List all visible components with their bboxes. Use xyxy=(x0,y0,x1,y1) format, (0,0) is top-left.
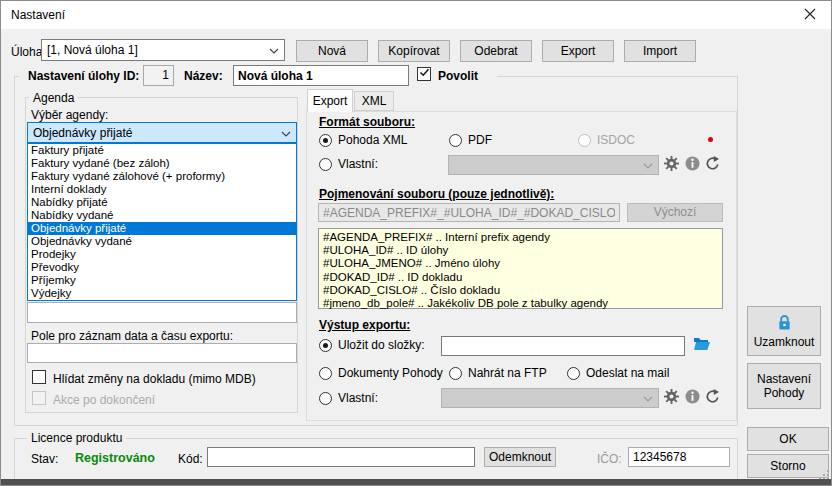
watch-changes-label: Hlídat změny na dokladu (mimo MDB) xyxy=(53,372,256,386)
lock-button-label: Uzamknout xyxy=(754,336,815,349)
export-task-button[interactable]: Export xyxy=(542,40,614,62)
list-item[interactable]: Objednávky vydané xyxy=(28,235,296,248)
radio-save-to-folder[interactable]: Uložit do složky: xyxy=(319,338,425,352)
radio-pdf-label: PDF xyxy=(468,133,492,147)
radio-upload-ftp[interactable]: Nahrát na FTP xyxy=(449,366,547,380)
radio-isdoc: ISDOC xyxy=(578,133,635,147)
close-button[interactable] xyxy=(789,1,831,29)
action-after-checkbox xyxy=(32,391,46,405)
radio-custom-format[interactable]: Vlastní: xyxy=(319,157,378,171)
required-marker xyxy=(708,137,713,142)
browse-folder-button[interactable] xyxy=(692,337,711,353)
agenda-combobox-value: Objednávky přijaté xyxy=(33,126,281,140)
chevron-down-icon xyxy=(643,391,653,405)
hint-line: #AGENDA_PREFIX# .. Interní prefix agendy xyxy=(323,231,718,244)
hint-line: #DOKAD_ID# .. ID dokladu xyxy=(323,271,718,284)
lock-button[interactable]: Uzamknout xyxy=(747,306,821,356)
gear-icon xyxy=(664,389,679,407)
window-title: Nastavení xyxy=(11,8,65,22)
new-task-button[interactable]: Nová xyxy=(296,40,368,62)
hint-line: #DOKAD_CISLO# .. Číslo dokladu xyxy=(323,284,718,297)
list-item[interactable]: Příjemky xyxy=(28,274,296,287)
tab-xml-label: XML xyxy=(362,94,387,108)
radio-custom-output[interactable]: Vlastní: xyxy=(319,391,378,405)
agenda-group-label: Agenda xyxy=(29,91,78,105)
action-after-label: Akce po dokončení xyxy=(53,393,155,407)
ok-button[interactable]: OK xyxy=(747,427,829,451)
list-item[interactable]: Faktury vydané zálohové (+ proformy) xyxy=(28,170,296,183)
pohoda-settings-button[interactable]: Nastavení Pohody xyxy=(747,363,821,409)
format-settings-button[interactable] xyxy=(663,157,679,173)
custom-output-combobox xyxy=(441,388,659,408)
enable-label: Povolit xyxy=(436,69,480,83)
agenda-dropdown-list: Faktury přijaté Faktury vydané (bez zálo… xyxy=(27,143,297,301)
radio-pohoda-xml[interactable]: Pohoda XML xyxy=(319,133,407,147)
radio-send-mail[interactable]: Odeslat na mail xyxy=(567,366,669,380)
task-name-input[interactable] xyxy=(233,65,409,86)
hint-line: #jmeno_db_pole# .. Jakékoliv DB pole z t… xyxy=(323,297,718,310)
output-heading: Výstup exportu: xyxy=(319,318,410,332)
radio-upload-ftp-label: Nahrát na FTP xyxy=(468,366,547,380)
list-item[interactable]: Nabídky přijaté xyxy=(28,196,296,209)
list-item-selected[interactable]: Objednávky přijaté xyxy=(28,222,296,235)
radio-icon xyxy=(319,158,332,171)
radio-icon xyxy=(449,367,462,380)
title-bar: Nastavení xyxy=(1,1,831,29)
chevron-down-icon xyxy=(643,158,653,172)
list-item[interactable]: Převodky xyxy=(28,261,296,274)
radio-pdf[interactable]: PDF xyxy=(449,133,492,147)
output-refresh-button[interactable] xyxy=(704,390,720,406)
naming-heading: Pojmenování souboru (pouze jednotlivě): xyxy=(319,187,554,201)
radio-icon xyxy=(319,339,332,352)
agenda-combobox[interactable]: Objednávky přijaté xyxy=(27,122,297,143)
radio-icon xyxy=(319,392,332,405)
license-code-input[interactable] xyxy=(207,447,475,467)
license-group-label: Licence produktu xyxy=(27,431,126,445)
list-item[interactable]: Faktury přijaté xyxy=(28,144,296,157)
radio-icon xyxy=(578,134,591,147)
list-item[interactable]: Nabídky vydané xyxy=(28,209,296,222)
radio-icon xyxy=(319,134,332,147)
folder-path-input[interactable] xyxy=(441,336,685,356)
radio-custom-output-label: Vlastní: xyxy=(338,391,378,405)
info-icon xyxy=(685,389,700,407)
placeholder-hints: #AGENDA_PREFIX# .. Interní prefix agendy… xyxy=(318,228,723,309)
export-datetime-field[interactable] xyxy=(27,343,297,363)
tab-xml[interactable]: XML xyxy=(354,91,394,111)
radio-pohoda-documents[interactable]: Dokumenty Pohody xyxy=(319,366,443,380)
format-info-button[interactable] xyxy=(684,157,700,173)
unlock-button[interactable]: Odemknout xyxy=(484,447,556,467)
radio-pohoda-documents-label: Dokumenty Pohody xyxy=(338,366,443,380)
remove-task-button[interactable]: Odebrat xyxy=(460,40,532,62)
license-status-label: Stav: xyxy=(31,452,58,466)
format-refresh-button[interactable] xyxy=(704,157,720,173)
output-info-button[interactable] xyxy=(684,390,700,406)
refresh-icon xyxy=(705,389,720,407)
enable-checkbox[interactable] xyxy=(417,67,431,81)
copy-task-button[interactable]: Kopírovat xyxy=(378,40,450,62)
radio-pohoda-xml-label: Pohoda XML xyxy=(338,133,407,147)
close-icon xyxy=(804,8,816,23)
custom-format-combobox xyxy=(448,155,659,175)
list-item[interactable]: Interní doklady xyxy=(28,183,296,196)
list-item[interactable]: Faktury vydané (bez záloh) xyxy=(28,157,296,170)
info-icon xyxy=(685,156,700,174)
watch-changes-checkbox[interactable] xyxy=(32,370,46,384)
radio-send-mail-label: Odeslat na mail xyxy=(586,366,669,380)
task-name-label: Název: xyxy=(182,69,225,83)
cancel-button[interactable]: Storno xyxy=(747,454,829,478)
ico-input[interactable] xyxy=(628,447,730,467)
agenda-blank-field[interactable] xyxy=(27,302,297,323)
checkmark-icon xyxy=(419,67,430,81)
list-item[interactable]: Výdejky xyxy=(28,287,296,300)
settings-dialog: Nastavení Úloha: [1, Nová úloha 1] Nová … xyxy=(0,0,832,486)
import-task-button[interactable]: Import xyxy=(624,40,696,62)
task-id-label: Nastavení úlohy ID: xyxy=(26,69,141,83)
task-combobox[interactable]: [1, Nová úloha 1] xyxy=(41,39,285,61)
ico-label: IČO: xyxy=(597,452,622,466)
task-id-field: 1 xyxy=(143,65,174,86)
chevron-down-icon xyxy=(281,126,291,140)
output-settings-button[interactable] xyxy=(663,390,679,406)
list-item[interactable]: Prodejky xyxy=(28,248,296,261)
tab-export[interactable]: Export xyxy=(307,89,353,112)
